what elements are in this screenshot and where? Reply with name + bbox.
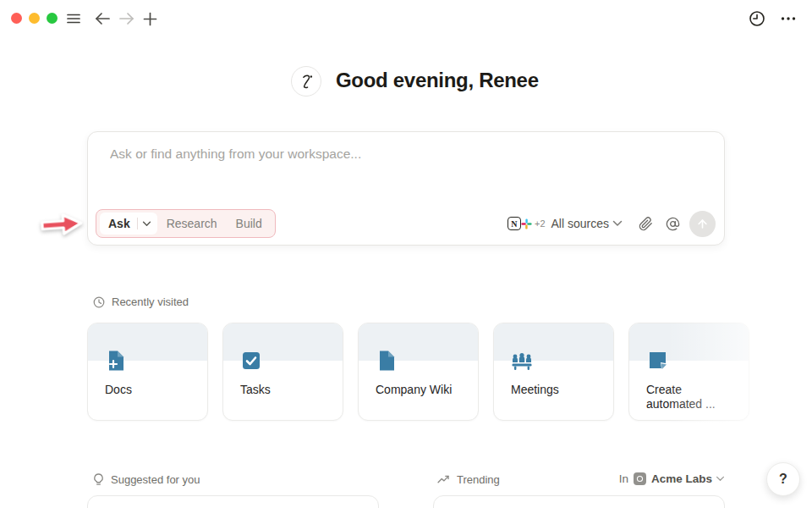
slack-pinwheel-icon — [521, 218, 532, 229]
hamburger-icon — [66, 11, 81, 26]
ask-input[interactable] — [108, 146, 704, 163]
sidebar-menu-button[interactable] — [65, 10, 82, 27]
workspace-scope-selector[interactable]: In Acme Labs — [619, 472, 725, 485]
suggested-label: Suggested for you — [111, 473, 200, 486]
recently-visited-label: Recently visited — [112, 295, 189, 308]
suggested-header: Suggested for you — [93, 473, 200, 486]
back-arrow-icon — [95, 12, 111, 25]
clock-history-icon — [749, 10, 765, 27]
card-title: Create automated ... — [646, 383, 738, 411]
trending-up-icon — [437, 475, 450, 484]
zoom-window-button[interactable] — [47, 13, 58, 24]
history-button[interactable] — [749, 10, 765, 27]
new-tab-button[interactable] — [141, 10, 158, 27]
template-icon — [646, 350, 668, 372]
chevron-down-icon — [716, 476, 725, 482]
mention-button[interactable] — [661, 212, 684, 235]
clock-icon — [93, 296, 105, 308]
at-sign-icon — [666, 217, 680, 231]
back-button[interactable] — [94, 10, 111, 27]
sources-label: All sources — [551, 217, 609, 230]
task-check-icon — [240, 350, 262, 372]
paperclip-icon — [639, 217, 653, 231]
help-button[interactable]: ? — [766, 462, 800, 496]
card-create-automated[interactable]: Create automated ... — [628, 323, 749, 421]
chevron-down-icon — [142, 221, 151, 227]
send-button[interactable] — [689, 211, 716, 237]
mode-switcher: Ask Research Build — [96, 209, 276, 238]
wiki-doc-icon — [376, 350, 398, 372]
card-title: Tasks — [240, 383, 332, 397]
ellipsis-icon — [781, 16, 796, 21]
mode-research-button[interactable]: Research — [157, 217, 227, 230]
card-company-wiki[interactable]: Company Wiki — [358, 323, 479, 421]
titlebar — [0, 0, 812, 37]
forward-arrow-icon — [118, 12, 134, 25]
arrow-up-icon — [696, 218, 709, 230]
card-title: Company Wiki — [376, 383, 468, 397]
chevron-down-icon — [612, 220, 623, 227]
ai-face-avatar — [291, 66, 321, 97]
meeting-people-icon — [511, 350, 533, 372]
doc-plus-icon — [105, 350, 127, 372]
sources-extra-count: +2 — [535, 218, 546, 229]
mode-ask-label: Ask — [108, 217, 130, 230]
trending-label: Trending — [457, 473, 500, 486]
help-label: ? — [779, 472, 787, 487]
composer-actions: N +2 All sources — [503, 211, 716, 237]
trending-card-preview[interactable] — [433, 495, 725, 508]
card-title: Meetings — [511, 383, 603, 397]
mode-ask-button[interactable]: Ask — [100, 213, 157, 235]
workspace-name: Acme Labs — [651, 472, 712, 485]
workspace-logo-icon — [634, 472, 646, 485]
notion-icon: N — [508, 217, 521, 230]
composer-panel: Ask Research Build N — [87, 131, 725, 246]
recently-visited-cards: Docs Tasks Company Wiki — [87, 323, 812, 422]
ai-face-doodle-icon — [297, 71, 315, 91]
composer-toolbar: Ask Research Build N — [96, 209, 716, 238]
card-meetings[interactable]: Meetings — [493, 323, 614, 421]
recently-visited-header: Recently visited — [93, 295, 189, 308]
slack-icon — [519, 217, 534, 231]
annotation-arrow — [36, 207, 90, 244]
sources-selector[interactable]: N +2 All sources — [503, 214, 627, 234]
scope-prefix-label: In — [619, 472, 628, 485]
close-window-button[interactable] — [11, 13, 22, 24]
lightbulb-icon — [93, 473, 104, 486]
trending-header: Trending — [437, 473, 500, 486]
card-tasks[interactable]: Tasks — [222, 323, 343, 421]
suggested-card-preview[interactable] — [87, 495, 379, 508]
attach-file-button[interactable] — [634, 212, 657, 235]
minimize-window-button[interactable] — [29, 13, 40, 24]
page-title: Good evening, Renee — [336, 69, 539, 92]
mode-build-button[interactable]: Build — [227, 217, 272, 230]
card-docs[interactable]: Docs — [87, 323, 208, 421]
plus-icon — [143, 12, 157, 26]
card-title: Docs — [105, 383, 197, 397]
mode-divider — [137, 218, 138, 229]
forward-button[interactable] — [118, 10, 134, 27]
more-options-button[interactable] — [780, 10, 797, 27]
